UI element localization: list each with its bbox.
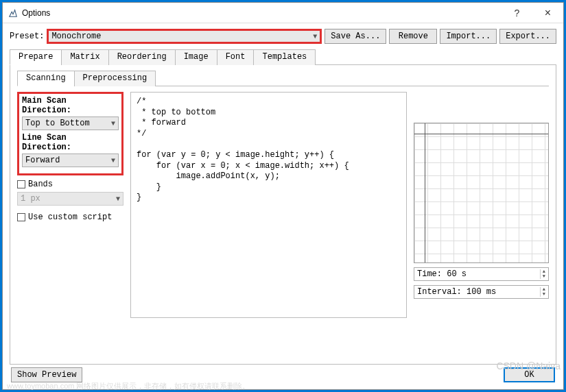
sub-tabs: Scanning Preprocessing (17, 71, 549, 86)
preset-value: Monochrome (51, 32, 101, 41)
code-area[interactable]: /* * top to bottom * forward */ for (var… (130, 92, 407, 318)
app-icon (8, 8, 18, 18)
main-tabs: Prepare Matrix Reordering Image Font Tem… (10, 49, 556, 65)
save-as-button[interactable]: Save As... (325, 29, 386, 44)
show-preview-button[interactable]: Show Preview (11, 367, 82, 382)
subtab-preprocessing[interactable]: Preprocessing (74, 71, 156, 86)
import-button[interactable]: Import... (440, 29, 497, 44)
tab-templates[interactable]: Templates (253, 49, 316, 65)
tab-reordering[interactable]: Reordering (108, 49, 176, 65)
bands-checkbox[interactable] (17, 180, 25, 188)
help-button[interactable]: ? (502, 3, 532, 23)
preview-grid (414, 123, 549, 263)
main-scan-select[interactable]: Top to Bottom ▼ (22, 117, 119, 130)
work-area: Main Scan Direction: Top to Bottom ▼ Lin… (17, 92, 549, 357)
remove-button[interactable]: Remove (389, 29, 437, 44)
export-button[interactable]: Export... (499, 29, 556, 44)
chevron-down-icon: ▼ (116, 195, 120, 203)
tab-matrix[interactable]: Matrix (61, 49, 108, 65)
interval-label: Interval: 100 ms (417, 287, 496, 297)
chevron-down-icon: ▼ (111, 120, 115, 127)
chevron-down-icon: ▼ (111, 157, 115, 164)
ok-button[interactable]: OK (504, 367, 555, 382)
scan-hline (414, 134, 548, 134)
left-column: Main Scan Direction: Top to Bottom ▼ Lin… (17, 92, 123, 357)
content: Preset: Monochrome ▼ Save As... Remove I… (3, 23, 563, 389)
scan-vline (425, 123, 425, 262)
tab-image[interactable]: Image (175, 49, 217, 65)
subtab-scanning[interactable]: Scanning (17, 71, 75, 86)
bottom-row: Show Preview OK (10, 367, 556, 384)
right-column: Time: 60 s ▲▼ Interval: 100 ms ▲▼ (414, 92, 549, 357)
preset-label: Preset: (10, 32, 44, 41)
grid-lines (414, 123, 548, 262)
line-scan-value: Forward (25, 156, 60, 165)
bands-value-select: 1 px ▼ (17, 192, 123, 206)
main-scan-label: Main Scan Direction: (22, 96, 119, 115)
custom-script-label: Use custom script (28, 212, 112, 222)
tab-font[interactable]: Font (217, 49, 255, 65)
tab-panel: Scanning Preprocessing Main Scan Directi… (10, 65, 556, 365)
time-label: Time: 60 s (417, 269, 467, 279)
close-button[interactable]: × (532, 3, 563, 23)
custom-script-checkbox[interactable] (17, 213, 25, 221)
stepper-icon[interactable]: ▲▼ (540, 287, 545, 297)
line-scan-label: Line Scan Direction: (22, 133, 119, 152)
time-spinner[interactable]: Time: 60 s ▲▼ (414, 267, 549, 281)
scan-direction-box: Main Scan Direction: Top to Bottom ▼ Lin… (17, 92, 123, 175)
stepper-icon[interactable]: ▲▼ (540, 269, 545, 279)
line-scan-select[interactable]: Forward ▼ (22, 154, 119, 167)
preset-row: Preset: Monochrome ▼ Save As... Remove I… (10, 29, 556, 44)
titlebar: Options ? × (3, 3, 563, 23)
custom-script-row: Use custom script (17, 212, 123, 222)
options-window: Options ? × Preset: Monochrome ▼ Save As… (2, 2, 564, 390)
chevron-down-icon: ▼ (313, 33, 317, 40)
tab-prepare[interactable]: Prepare (10, 49, 62, 65)
window-title: Options (22, 8, 502, 18)
bands-value: 1 px (21, 194, 40, 204)
interval-spinner[interactable]: Interval: 100 ms ▲▼ (414, 285, 549, 299)
main-scan-value: Top to Bottom (25, 119, 90, 128)
bands-row: Bands (17, 180, 123, 189)
bands-label: Bands (28, 180, 53, 189)
preset-select[interactable]: Monochrome ▼ (47, 29, 322, 44)
